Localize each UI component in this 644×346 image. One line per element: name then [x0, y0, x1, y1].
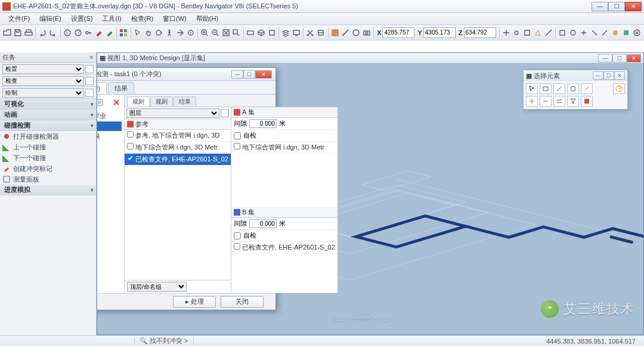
tolerance-b-input[interactable]: [249, 219, 277, 228]
subtab-result[interactable]: 结果: [174, 96, 196, 107]
extra6-icon[interactable]: [611, 27, 621, 39]
display-icon[interactable]: [291, 27, 301, 39]
dropdown-icon[interactable]: [85, 89, 94, 97]
menu-tools[interactable]: 工具(I): [97, 13, 126, 24]
vp-close-icon[interactable]: ✕: [627, 54, 641, 63]
pal-select-icon[interactable]: [526, 83, 538, 94]
checkbox[interactable]: [127, 131, 134, 138]
task-open-detector[interactable]: 打开碰撞检测器: [0, 131, 96, 142]
menu-review[interactable]: 检查(R): [126, 13, 158, 24]
view-top-icon[interactable]: [246, 27, 256, 39]
vp-maximize-icon[interactable]: ☐: [612, 54, 627, 63]
pal-toggle-icon[interactable]: [553, 96, 565, 107]
extra3-icon[interactable]: [578, 27, 589, 39]
tree-result[interactable]: 结果: [97, 131, 122, 142]
hand-icon[interactable]: [143, 27, 153, 39]
pal-sub-icon[interactable]: [540, 96, 552, 107]
menu-help[interactable]: 帮助(H): [191, 13, 223, 24]
marker-icon[interactable]: [94, 27, 104, 39]
dlg-close-icon[interactable]: ✕: [255, 70, 272, 79]
highlight-icon[interactable]: [104, 27, 114, 39]
list-item[interactable]: 参考, 地下综合管网 i.dgn, 3D: [125, 130, 231, 142]
review-icon[interactable]: [330, 27, 340, 39]
task-select2-input[interactable]: 检查: [2, 76, 84, 86]
tab-job[interactable]: 作业(J): [97, 82, 107, 94]
checkbox[interactable]: [234, 243, 240, 250]
zoom-in-icon[interactable]: [200, 27, 210, 39]
rotate-icon[interactable]: [154, 27, 164, 39]
task-close-icon[interactable]: ✕: [89, 54, 94, 61]
close-button[interactable]: ✕: [625, 2, 642, 11]
task-group-anim[interactable]: 动画: [0, 110, 96, 120]
col-btn-icon[interactable]: [221, 109, 229, 117]
pal-help-icon[interactable]: ?: [613, 83, 625, 94]
list-item[interactable]: 已检查文件, EHE-AP2601-S_02: [125, 154, 231, 166]
task-group-clash[interactable]: 碰撞检测: [0, 120, 96, 131]
extra1-icon[interactable]: [558, 27, 568, 39]
dropdown-icon[interactable]: [85, 77, 94, 85]
menu-window[interactable]: 窗口(W): [158, 13, 191, 24]
subtab-rule[interactable]: 规则: [127, 96, 150, 107]
task-select1-input[interactable]: 检置: [2, 64, 84, 74]
walk-icon[interactable]: [165, 27, 175, 39]
extra4-icon[interactable]: [589, 27, 599, 39]
checkbox[interactable]: [234, 143, 240, 149]
zoom-window-icon[interactable]: [231, 27, 242, 39]
palette-close-icon[interactable]: ✕: [614, 71, 625, 80]
task-group-vis[interactable]: 可视化: [0, 99, 96, 110]
props-icon[interactable]: [97, 97, 105, 108]
help-icon[interactable]: ?: [73, 27, 83, 39]
pal-clear-icon[interactable]: [581, 96, 593, 107]
list-item[interactable]: 已检查文件, EHE-AP2601-S_02: [231, 242, 338, 254]
subtab-rules[interactable]: 规则: [150, 96, 173, 107]
snap3-icon[interactable]: [522, 27, 532, 39]
task-select3-input[interactable]: 绘制: [2, 88, 84, 98]
layers-icon[interactable]: [281, 27, 291, 39]
extra7-icon[interactable]: [621, 27, 631, 39]
snap5-icon[interactable]: [543, 27, 553, 39]
delete-job-icon[interactable]: [111, 97, 122, 108]
vp-minimize-icon[interactable]: —: [598, 54, 612, 63]
task-prev-clash[interactable]: 上一个碰撞: [0, 142, 96, 152]
maximize-button[interactable]: ☐: [608, 2, 625, 11]
section-icon[interactable]: [316, 27, 326, 39]
print-icon[interactable]: [24, 27, 34, 39]
dlg-min-icon[interactable]: —: [231, 70, 243, 79]
measure-icon[interactable]: [340, 27, 351, 39]
redo-icon[interactable]: [48, 27, 58, 39]
zoom-fit-icon[interactable]: [221, 27, 231, 39]
tree-task1[interactable]: task1: [97, 121, 122, 131]
pal-line-icon[interactable]: [553, 83, 565, 94]
zoom-out-icon[interactable]: [210, 27, 221, 39]
task-measure-panel[interactable]: 测量面板: [0, 174, 96, 185]
checkbox[interactable]: [127, 155, 134, 161]
pal-circle-icon[interactable]: [567, 83, 579, 94]
task-create-mark[interactable]: 创建冲突标记: [0, 163, 96, 174]
snap-icon[interactable]: [501, 27, 511, 39]
fly-icon[interactable]: [175, 27, 185, 39]
info-icon[interactable]: i: [62, 27, 72, 39]
key-icon[interactable]: [83, 27, 94, 39]
dialog-titlebar[interactable]: ▦ 碰撞检测 - task1 (0 个冲突) — ☐ ✕: [97, 68, 275, 81]
coord-x-input[interactable]: [382, 27, 414, 38]
coord-y-input[interactable]: [423, 27, 456, 38]
target-icon[interactable]: [185, 27, 196, 39]
palette-min-icon[interactable]: —: [593, 71, 603, 80]
save-icon[interactable]: [13, 27, 23, 39]
selfcheck-b[interactable]: [234, 232, 241, 239]
selfcheck-a[interactable]: [234, 132, 241, 139]
coord-z-input[interactable]: [464, 27, 496, 38]
list-item[interactable]: 地下综合管网 i.dgn, 3D Metr: [125, 142, 231, 154]
markup-icon[interactable]: [351, 27, 361, 39]
viewport-canvas[interactable]: ▦ 选择元素 — ☐ ✕ ?: [97, 64, 643, 335]
tab-result[interactable]: 结果: [108, 82, 134, 94]
pal-filter-icon[interactable]: [567, 96, 579, 107]
task-group-sim[interactable]: 进度模拟: [0, 185, 96, 195]
clip-icon[interactable]: [305, 27, 315, 39]
dlg-max-icon[interactable]: ☐: [243, 70, 255, 79]
bottom-select[interactable]: 顶层/命名组: [127, 282, 187, 292]
list-item[interactable]: 地下综合管网 i.dgn, 3D Metr: [231, 142, 338, 154]
view-iso-icon[interactable]: [256, 27, 266, 39]
undo-icon[interactable]: [38, 27, 48, 39]
snap2-icon[interactable]: [512, 27, 522, 39]
